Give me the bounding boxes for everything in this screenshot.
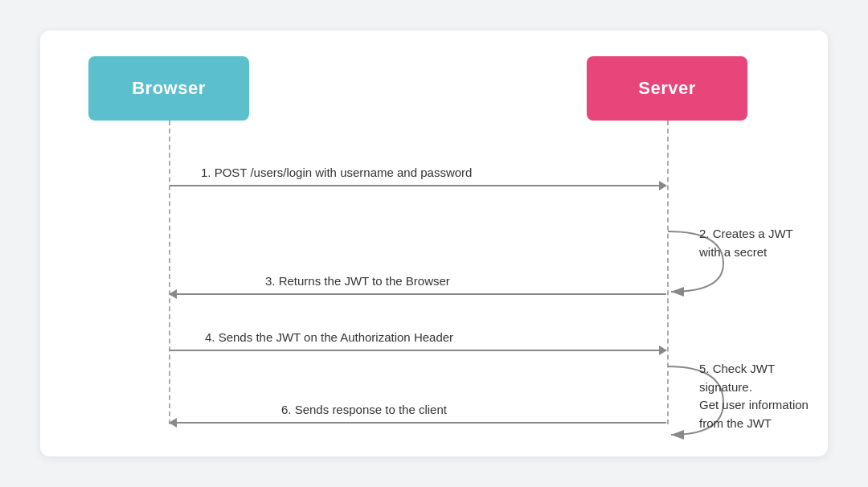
arrow-line-3: [170, 293, 666, 295]
diagram-container: Browser Server 1. POST /users/login with…: [40, 31, 828, 456]
step5-label: 5. Check JWT signature.Get user informat…: [699, 360, 828, 432]
step3-label: 3. Returns the JWT to the Browser: [265, 274, 450, 288]
arrow-line-6: [170, 422, 666, 424]
arrow-row-6: [170, 422, 666, 424]
step4-label: 4. Sends the JWT on the Authorization He…: [205, 330, 453, 344]
lifeline-browser: [169, 121, 170, 424]
arrow-line-4: [170, 350, 666, 351]
arrow-line-1: [170, 185, 666, 186]
server-actor: Server: [587, 56, 747, 121]
step6-label: 6. Sends response to the client: [281, 403, 447, 416]
server-label: Server: [638, 78, 696, 99]
arrow-row-1: [170, 185, 666, 186]
browser-label: Browser: [132, 78, 206, 99]
step1-label: 1. POST /users/login with username and p…: [201, 166, 472, 179]
step2-label: 2. Creates a JWTwith a secret: [699, 225, 793, 261]
arrow-row-3: [170, 293, 666, 295]
arrow-row-4: [170, 350, 666, 351]
browser-actor: Browser: [88, 56, 249, 121]
